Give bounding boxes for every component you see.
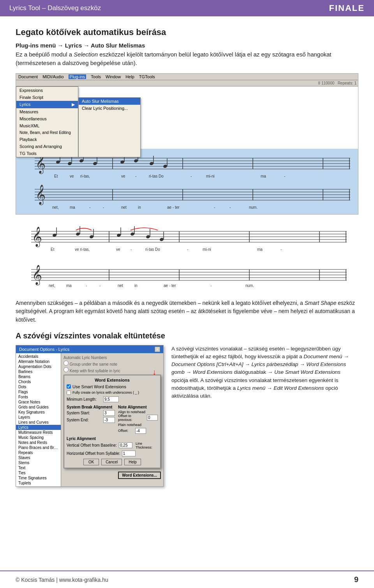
system-end-input[interactable] (103, 417, 115, 423)
svg-text:net,: net, (52, 205, 59, 209)
menu-plugins[interactable]: Plug-ins (69, 74, 86, 79)
fully-create-row: Fully create on lyrics with underscores … (67, 391, 158, 395)
svg-text:num.: num. (245, 283, 254, 288)
page-footer: © Kocsis Tamás | www.kota-grafika.hu 9 (0, 570, 374, 588)
panel-piano[interactable]: Piano Braces and Brackets (16, 445, 61, 450)
svg-text:-: - (284, 174, 285, 178)
panel-grace[interactable]: Grace Notes (16, 400, 61, 405)
min-length-input[interactable] (103, 396, 119, 402)
menu-document[interactable]: Document (18, 74, 38, 79)
menu-tools[interactable]: Tools (91, 74, 101, 79)
use-smart-ext-checkbox[interactable] (67, 384, 71, 389)
horizontal-offset-input[interactable] (122, 451, 136, 456)
svg-text:ma: ma (66, 283, 72, 288)
panel-multimeasure[interactable]: Multimeasure Rests (16, 430, 61, 435)
menu-help[interactable]: Help (125, 74, 134, 79)
finale-screenshot: Document MIDI/Audio Plug-ins Tools Windo… (16, 73, 358, 215)
horiz-offset-row: Horizontal Offset from Syllable: (67, 451, 158, 456)
fully-create-label: Fully create on lyrics with underscores … (72, 391, 139, 394)
menu-scoring[interactable]: Scoring and Arranging (16, 143, 78, 150)
dialog-body: Accidentals Alternate Notation Augmentat… (16, 353, 163, 486)
svg-text:ae - ter: ae - ter (167, 205, 180, 209)
svg-text:-: - (280, 247, 282, 252)
svg-text:-: - (103, 205, 104, 209)
menu-playback[interactable]: Playback (16, 136, 78, 143)
svg-text:-: - (191, 174, 192, 178)
panel-fonts[interactable]: Fonts (16, 394, 61, 400)
panel-notes-rests[interactable]: Notes and Rests (16, 440, 61, 445)
svg-point-79 (146, 234, 150, 238)
help-button[interactable]: Help (124, 459, 141, 465)
panel-barlines[interactable]: Barlines (16, 369, 61, 374)
panel-dots[interactable]: Dots (16, 384, 61, 389)
menu-finale-script[interactable]: Finale Script (16, 94, 78, 101)
menu-expressions[interactable]: Expressions (16, 87, 78, 94)
svg-text:ri-tas Do: ri-tas Do (149, 174, 164, 178)
panel-text[interactable]: Text (16, 465, 61, 470)
lyrics-submenu: Auto Slur Melismas Clear Lyric Positioni… (78, 97, 141, 157)
menu-window[interactable]: Window (106, 74, 121, 79)
submenu-auto-slur[interactable]: Auto Slur Melismas (79, 98, 140, 105)
ok-button[interactable]: OK (83, 459, 99, 465)
svg-text:Et: Et (54, 174, 58, 178)
submenu-clear-lyric[interactable]: Clear Lyric Positioning... (79, 105, 140, 112)
line-thickness-label: Line Thickness: (136, 442, 158, 449)
main-content: Legato kötőívek automatikus beírása Plug… (0, 16, 374, 502)
panel-stems[interactable]: Stems (16, 460, 61, 465)
cancel-button[interactable]: Cancel (101, 459, 122, 465)
vertical-offset-input[interactable] (119, 442, 132, 448)
panel-ties[interactable]: Ties (16, 470, 61, 475)
header-title: Lyrics Tool – Dalszöveg eszköz (9, 4, 101, 12)
panel-repeats[interactable]: Repeats (16, 450, 61, 455)
panel-layers[interactable]: Layers (16, 415, 61, 420)
menu-musicxml[interactable]: MusicXML (16, 122, 78, 129)
system-start-input[interactable] (103, 410, 115, 416)
svg-point-13 (67, 161, 72, 165)
menu-measures[interactable]: Measures (16, 108, 78, 115)
close-button[interactable]: × (155, 347, 160, 352)
dialog-title-bar: Document Options - Lyrics × (16, 345, 163, 353)
panel-beams[interactable]: Beams (16, 374, 61, 379)
panel-chords[interactable]: Chords (16, 379, 61, 384)
sys-end-label: System End: (67, 418, 102, 422)
menu-lyrics[interactable]: Lyrics ▶ (16, 101, 78, 108)
menu-note-beam[interactable]: Note, Beam, and Rest Editing (16, 129, 78, 136)
header-brand: FINALE (329, 3, 365, 13)
plain-notehead-row: Plain notehead (118, 423, 158, 427)
panel-music-spacing[interactable]: Music Spacing (16, 435, 61, 440)
panel-time-sig[interactable]: Time Signatures (16, 475, 61, 481)
offset-input[interactable] (135, 428, 146, 434)
word-extensions-button[interactable]: Word Extensions... (118, 472, 161, 479)
menu-tg-tools[interactable]: TG Tools (16, 150, 78, 157)
menu-midi[interactable]: MIDI/Audio (42, 74, 64, 79)
lyric-align-label: Lyric Alignment (67, 437, 158, 441)
dialog-title: Document Options - Lyrics (19, 347, 69, 352)
panel-lyrics[interactable]: Lyrics (16, 425, 61, 430)
menu-miscellaneous[interactable]: Miscellaneous (16, 115, 78, 122)
panel-key-sig[interactable]: Key Signatures (16, 410, 61, 415)
panel-augmentation[interactable]: Augmentation Dots (16, 364, 61, 369)
svg-point-17 (93, 161, 97, 165)
system-start-row: System Start: (67, 410, 115, 416)
right-panel: Automatic Lyric Numbers Group under the … (61, 353, 163, 486)
panel-grids[interactable]: Grids and Guides (16, 405, 61, 410)
panel-accidentals[interactable]: Accidentals (16, 354, 61, 359)
panel-alternate[interactable]: Alternate Notation (16, 359, 61, 364)
panel-lines[interactable]: Lines and Curves (16, 420, 61, 425)
offset-prev-input[interactable] (147, 415, 158, 421)
svg-text:-: - (99, 283, 101, 288)
fully-create-checkbox[interactable] (67, 391, 71, 395)
sys-start-label: System Start: (67, 411, 102, 415)
document-options-dialog: Document Options - Lyrics × Accidentals … (16, 345, 164, 487)
menu-tgtools[interactable]: TGTools (139, 74, 155, 79)
background-content: Automatic Lyric Numbers Group under the … (64, 356, 161, 373)
panel-staves[interactable]: Staves (16, 455, 61, 460)
right-text-col: A szóvégi vízszintes vonalakat – szükség… (171, 345, 358, 400)
offset-row: Offset: (118, 428, 158, 434)
panel-tuplets[interactable]: Tuplets (16, 481, 61, 486)
panel-flags[interactable]: Flags (16, 389, 61, 394)
after-staff-row1-svg: 𝄞 Et ve ri-tas, ve (16, 222, 351, 259)
svg-text:mi-ni: mi-ni (203, 247, 211, 252)
sheet-music-highlighted: 𝄞 (16, 149, 358, 214)
svg-point-73 (89, 234, 94, 238)
